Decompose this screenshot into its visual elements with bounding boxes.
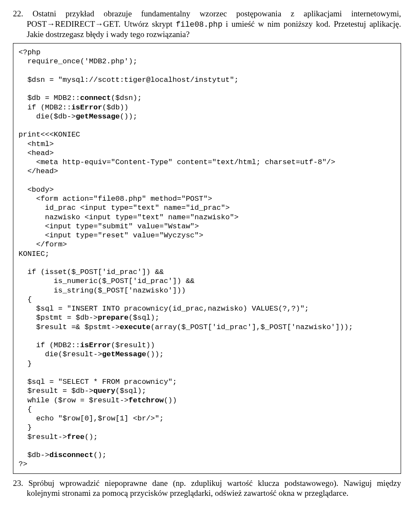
code-line: $result-> — [19, 433, 67, 441]
code-line: } — [19, 423, 32, 432]
code-line: ($dsn); — [111, 94, 141, 102]
code-listing: <?php require_once('MDB2.php'); $dsn = "… — [13, 43, 401, 474]
code-line: $db = MDB2:: — [19, 94, 80, 102]
q22-filename: file08.php — [176, 20, 223, 29]
code-line: { — [19, 405, 32, 414]
code-line: (array($_POST['id_prac'],$_POST['nazwisk… — [151, 323, 353, 331]
code-bold: isError — [80, 341, 111, 349]
code-bold: isError — [71, 103, 102, 112]
code-line: ($result)) — [111, 341, 155, 349]
code-bold: disconnect — [49, 451, 93, 459]
code-line: while ($row = $result-> — [19, 396, 129, 404]
code-line: <form action="file08.php" method="POST"> — [19, 195, 212, 203]
code-bold: query — [93, 387, 115, 395]
code-line: <?php — [19, 48, 41, 56]
code-line: </head> — [19, 167, 58, 175]
q23-number: 23. — [13, 479, 28, 488]
code-line: ($sql); — [129, 314, 159, 322]
q22-number: 22. — [13, 9, 32, 18]
code-line: $dsn = "mysql://scott:tiger@localhost/in… — [19, 76, 238, 84]
code-line: <html> — [19, 140, 54, 148]
q23-text: Spróbuj wprowadzić niepoprawne dane (np.… — [27, 479, 401, 498]
code-bold: prepare — [98, 314, 129, 322]
code-line: <head> — [19, 149, 54, 157]
code-line: <body> — [19, 186, 54, 194]
code-line: nazwisko <input type="text" name="nazwis… — [19, 213, 238, 221]
code-line: require_once('MDB2.php'); — [19, 57, 137, 65]
code-line: $sql = "SELECT * FROM pracownicy"; — [19, 378, 177, 386]
code-line: </form> — [19, 240, 67, 249]
code-line: is_numeric($_POST['id_prac']) && — [19, 277, 194, 285]
code-line: <input type="reset" value="Wyczysc"> — [19, 231, 203, 240]
code-line: die($db-> — [19, 112, 76, 121]
code-bold: getMessage — [76, 112, 120, 121]
code-line: <meta http-equiv="Content-Type" content=… — [19, 158, 336, 166]
code-bold: getMessage — [102, 350, 146, 358]
code-line: KONIEC; — [19, 250, 49, 258]
code-line: if (MDB2:: — [19, 341, 80, 349]
code-line: echo "$row[0],$row[1] <br/>"; — [19, 414, 164, 423]
code-line: ()) — [164, 396, 177, 404]
code-line: ()); — [146, 350, 164, 358]
code-line: $sql = "INSERT INTO pracownicy(id_prac,n… — [19, 305, 309, 313]
code-bold: execute — [120, 323, 151, 331]
code-line: } — [19, 360, 32, 368]
code-line: if (MDB2:: — [19, 103, 71, 112]
code-bold: free — [67, 433, 85, 441]
code-line: $db-> — [19, 451, 49, 459]
code-line: is_string($_POST['nazwisko'])) — [19, 286, 186, 295]
code-line: $result = $db-> — [19, 387, 93, 395]
code-line: $pstmt = $db-> — [19, 314, 98, 322]
question-22: 22. Ostatni przykład obrazuje fundamenta… — [13, 9, 401, 40]
code-line: <input type="submit" value="Wstaw"> — [19, 222, 199, 230]
code-line: (); — [85, 433, 98, 441]
code-line: if (isset($_POST['id_prac']) && — [19, 268, 164, 276]
code-line: { — [19, 296, 32, 304]
code-bold: connect — [80, 94, 111, 102]
code-line: print<<<KONIEC — [19, 131, 80, 139]
question-23: 23. Spróbuj wprowadzić niepoprawne dane … — [13, 478, 401, 499]
code-line: ?> — [19, 460, 27, 468]
code-line: ($db)) — [102, 103, 129, 112]
code-line: (); — [93, 451, 107, 459]
code-bold: fetchrow — [129, 396, 164, 404]
code-line: $result =& $pstmt-> — [19, 323, 120, 331]
code-line: id_prac <input type="text" name="id_prac… — [19, 204, 230, 212]
code-line: ()); — [120, 112, 138, 121]
code-line: die($result-> — [19, 350, 102, 358]
code-line: ($sql); — [115, 387, 146, 395]
